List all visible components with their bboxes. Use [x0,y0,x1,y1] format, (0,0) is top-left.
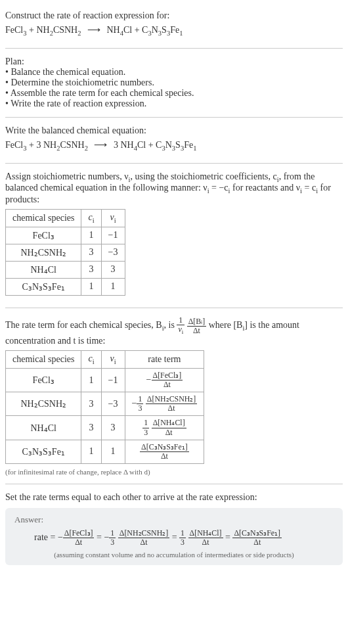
col-rateterm: rate term [125,351,204,369]
fraction: 13 [137,395,143,413]
species: FeCl [5,25,23,35]
table-row: NH₂CSNH₂3−3 [6,244,125,261]
stoich-text: Assign stoichiometric numbers, νi, using… [5,172,343,206]
cell-nui: −3 [101,392,125,416]
denominator: Δt [63,538,95,547]
table-row: NH₂CSNH₂ 3 −3 −13 Δ[NH₂CSNH₂]Δt [6,392,204,416]
cell-nui: 3 [101,416,125,440]
fraction: 13 [109,529,116,547]
col-nui: νi [101,210,125,227]
numerator: 1 [179,529,186,538]
col-nui: νi [101,351,125,369]
table-row: NH₄Cl33 [6,261,125,278]
species: Cl [137,140,146,150]
fraction: 13 [142,419,149,436]
equals: = [223,532,233,542]
final-note: (assuming constant volume and no accumul… [14,551,334,559]
final-section: Set the rate terms equal to each other t… [5,487,343,570]
table-row: FeCl₃ 1 −1 −Δ[FeCl₃]Δt [6,369,204,392]
cell-species: C₃N₃S₃Fe₁ [6,278,81,295]
text: for reactants and ν [230,183,300,193]
text: , using the stoichiometric coefficients,… [130,172,276,181]
text: = −c [209,183,228,193]
stoich-section: Assign stoichiometric numbers, νi, using… [5,166,343,305]
rate-label: rate = − [34,532,63,542]
reaction-arrow-icon: ⟶ [83,21,104,39]
species: NH [106,25,120,35]
subscript: 1 [193,145,196,152]
rateterm-section: The rate term for each chemical species,… [5,311,343,481]
denominator: 3 [179,538,186,547]
fraction: Δ[C₃N₃S₃Fe₁]Δt [140,443,189,461]
numerator: Δ[FeCl₃] [63,529,95,538]
species: FeCl [5,140,23,150]
table-header-row: chemical species ci νi rate term [6,351,204,369]
cell-nui: 1 [101,278,125,295]
numerator: 1 [137,395,143,404]
fraction: Δ[NH₄Cl]Δt [152,419,186,436]
cell-species: NH₄Cl [6,261,81,278]
cell-nui: 1 [101,440,125,463]
balanced-heading: Write the balanced chemical equation: [5,126,343,136]
denominator: Δt [152,380,183,389]
cell-rateterm: Δ[C₃N₃S₃Fe₁]Δt [125,440,204,463]
fraction: Δ[FeCl₃]Δt [152,371,183,389]
table-row: NH₄Cl 3 3 13 Δ[NH₄Cl]Δt [6,416,204,440]
denominator: νi [177,325,185,336]
text: The rate term for each chemical species,… [5,320,162,330]
species: Fe [184,140,193,150]
balanced-section: Write the balanced chemical equation: Fe… [5,120,343,160]
divider [5,308,343,308]
numerator: Δ[Bᵢ] [187,317,207,327]
cell-nui: −1 [101,227,125,244]
species: NH [120,140,133,150]
cell-ci: 3 [81,244,101,261]
unbalanced-equation: FeCl3 + NH2CSNH2 ⟶ NH4Cl + C3N3S3Fe1 [5,21,343,40]
denominator: Δt [188,538,223,547]
divider [5,48,343,49]
col-ci: ci [81,210,101,227]
fraction: Δ[C₃N₃S₃Fe₁]Δt [232,529,282,547]
cell-ci: 1 [81,369,101,392]
table-header-row: chemical species ci νi [6,210,125,227]
species: NH [36,25,49,35]
denominator: Δt [146,404,197,413]
table-row: C₃N₃S₃Fe₁11 [6,278,125,295]
cell-ci: 1 [81,278,101,295]
cell-ci: 1 [81,227,101,244]
denominator: 3 [109,538,116,547]
cell-ci: 3 [81,416,101,440]
plan-item: Determine the stoichiometric numbers. [5,78,343,88]
equals: = − [94,532,109,542]
rate-expression: rate = −Δ[FeCl₃]Δt = −13 Δ[NH₂CSNH₂]Δt =… [14,529,334,547]
table-row: C₃N₃S₃Fe₁ 1 1 Δ[C₃N₃S₃Fe₁]Δt [6,440,204,463]
col-ci: ci [81,351,101,369]
cell-species: NH₂CSNH₂ [6,244,81,261]
numerator: 1 [177,316,185,325]
numerator: Δ[NH₄Cl] [188,529,223,538]
fraction: 1νi [177,316,185,336]
text: , is [164,320,177,330]
subscript: 1 [179,30,183,37]
col-species: chemical species [6,351,81,369]
numerator: Δ[NH₄Cl] [152,419,186,428]
plan-heading: Plan: [5,57,343,67]
cell-ci: 1 [81,440,101,463]
cell-ci: 3 [81,261,101,278]
species: S [162,25,167,35]
species: CSNH [60,140,84,150]
divider [5,484,343,484]
fraction: 13 [179,529,186,547]
denominator: Δt [187,327,207,335]
denominator: Δt [140,452,189,461]
cell-rateterm: 13 Δ[NH₄Cl]Δt [125,416,204,440]
divider [5,117,343,118]
species: N [152,25,158,35]
species: Fe [170,25,179,35]
numerator: 1 [109,529,116,538]
plus: + [26,25,36,35]
rateterm-intro: The rate term for each chemical species,… [5,316,343,346]
species: Cl [123,25,132,35]
numerator: Δ[C₃N₃S₃Fe₁] [232,529,282,538]
subscript: 2 [77,30,81,37]
